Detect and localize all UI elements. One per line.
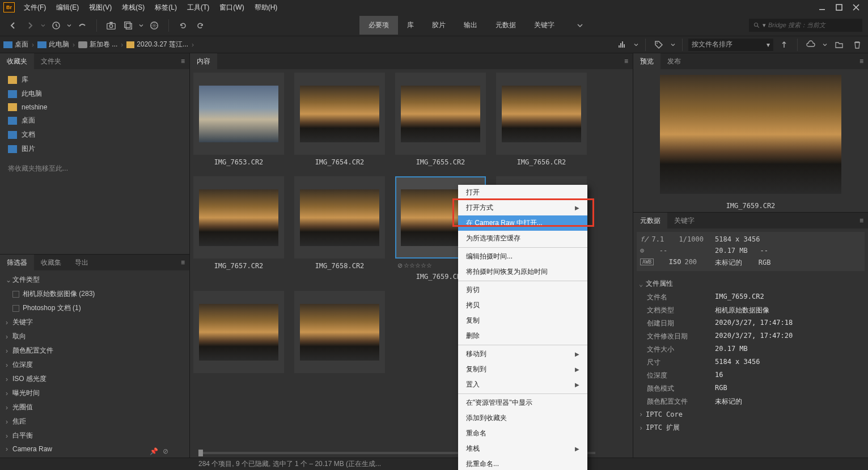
context-menu-item[interactable]: 打开方式▶ (458, 200, 587, 215)
favorite-item[interactable]: 库 (0, 73, 189, 87)
rotate-ccw-button[interactable] (176, 18, 190, 33)
thumbnail-item[interactable] (193, 291, 284, 373)
menu-item[interactable]: 工具(T) (183, 1, 214, 14)
minimize-button[interactable] (814, 0, 831, 15)
context-menu-item[interactable]: 编辑拍摄时间... (458, 249, 587, 264)
favorite-item[interactable]: 桌面 (0, 113, 189, 128)
tab-content[interactable]: 内容 (190, 53, 217, 70)
context-menu-item[interactable]: 删除 (458, 328, 587, 344)
tab-dropdown[interactable] (573, 18, 587, 33)
cloud-dropdown[interactable] (822, 37, 828, 52)
sort-dropdown[interactable]: 按文件名排序▾ (688, 39, 773, 51)
menu-item[interactable]: 标签(L) (150, 1, 181, 14)
tab-keywords[interactable]: 关键字 (667, 213, 701, 229)
filter-category[interactable]: ⌄文件类型 (0, 273, 189, 287)
stack-dropdown[interactable] (138, 18, 145, 33)
favorite-item[interactable]: 文档 (0, 128, 189, 142)
boomerang-button[interactable] (75, 18, 90, 33)
filter-category[interactable]: ›取向 (0, 329, 189, 344)
context-menu-item[interactable]: 复制 (458, 313, 587, 328)
workspace-tab[interactable]: 输出 (455, 16, 486, 35)
prohibit-icon[interactable]: ⊘ (163, 447, 168, 455)
lens-icon[interactable] (147, 18, 162, 33)
thumbnail-item[interactable]: IMG_7654.CR2 (294, 73, 385, 166)
filter-category[interactable]: ›ISO 感光度 (0, 372, 189, 386)
thumbnail-item[interactable]: IMG_7653.CR2 (193, 73, 284, 166)
thumbnail-item[interactable] (294, 291, 385, 373)
tab-folders[interactable]: 文件夹 (34, 53, 68, 70)
favorite-item[interactable]: 图片 (0, 142, 189, 156)
breadcrumb-item[interactable]: 2020.3.27 莲江... (126, 40, 188, 49)
pin-icon[interactable]: 📌 (150, 447, 158, 455)
tab-preview[interactable]: 预览 (633, 53, 660, 70)
section-iptc-core[interactable]: ›IPTC Core (639, 408, 862, 421)
workspace-tab[interactable]: 必要项 (359, 16, 398, 35)
camera-import-icon[interactable] (104, 18, 118, 33)
filter-option[interactable]: 相机原始数据图像 (283) (0, 287, 189, 301)
context-menu-item[interactable]: 在"资源管理器"中显示 (458, 395, 587, 410)
context-menu-item[interactable]: 剪切 (458, 282, 587, 298)
tab-favorites[interactable]: 收藏夹 (0, 53, 34, 70)
close-button[interactable] (848, 0, 865, 15)
filter-category[interactable]: ›位深度 (0, 358, 189, 372)
content-menu-icon[interactable]: ≡ (620, 57, 633, 65)
context-menu-item[interactable]: 在 Camera Raw 中打开... (458, 215, 587, 231)
forward-button[interactable] (23, 18, 37, 33)
cloud-icon[interactable] (803, 37, 818, 52)
thumbnail-item[interactable]: IMG_7658.CR2 (294, 176, 385, 281)
histogram-dropdown[interactable] (633, 37, 640, 52)
filter-category[interactable]: ›焦距 (0, 414, 189, 429)
delete-icon[interactable] (850, 37, 865, 52)
stack-icon[interactable] (121, 18, 136, 33)
tab-publish[interactable]: 发布 (660, 53, 688, 70)
context-menu-item[interactable]: 复制到▶ (458, 362, 587, 377)
thumbnail-item[interactable]: IMG_7655.CR2 (395, 73, 486, 166)
context-menu-item[interactable]: 将拍摄时间恢复为原始时间 (458, 264, 587, 280)
context-menu-item[interactable]: 移动到▶ (458, 346, 587, 362)
context-menu-item[interactable]: 置入▶ (458, 377, 587, 392)
filter-category[interactable]: ›颜色配置文件 (0, 344, 189, 358)
filter-category[interactable]: ›白平衡 (0, 429, 189, 443)
menu-item[interactable]: 窗口(W) (215, 1, 248, 14)
menu-item[interactable]: 文件(F) (19, 1, 50, 14)
forward-dropdown[interactable] (40, 18, 46, 33)
tab-filter[interactable]: 筛选器 (0, 255, 34, 271)
histogram-icon[interactable] (615, 37, 629, 52)
breadcrumb-item[interactable]: 此电脑 (37, 40, 69, 49)
filter-option[interactable]: Photoshop 文档 (1) (0, 301, 189, 315)
context-menu-item[interactable]: 打开 (458, 185, 587, 200)
metadata-menu-icon[interactable]: ≡ (855, 217, 868, 225)
tag-dropdown[interactable] (670, 37, 676, 52)
menu-item[interactable]: 堆栈(S) (117, 1, 149, 14)
context-menu-item[interactable]: 添加到收藏夹 (458, 410, 587, 426)
sort-asc-button[interactable] (777, 37, 791, 52)
breadcrumb-item[interactable]: 桌面 (3, 40, 28, 49)
section-file-props[interactable]: ⌄文件属性 (639, 277, 862, 291)
filter-category[interactable]: ›光圈值 (0, 400, 189, 414)
recent-dropdown[interactable] (66, 18, 73, 33)
tab-metadata[interactable]: 元数据 (633, 213, 667, 229)
workspace-tab[interactable]: 库 (398, 16, 423, 35)
tab-collections[interactable]: 收藏集 (34, 255, 68, 271)
context-menu-item[interactable]: 堆栈▶ (458, 441, 587, 456)
rotate-cw-button[interactable] (193, 18, 208, 33)
panel-menu-icon[interactable]: ≡ (176, 57, 189, 65)
filter-category[interactable]: ›关键字 (0, 315, 189, 329)
filter-category[interactable]: ›曝光时间 (0, 386, 189, 400)
new-folder-icon[interactable] (832, 37, 846, 52)
menu-item[interactable]: 视图(V) (84, 1, 116, 14)
breadcrumb-item[interactable]: 新加卷 ... (78, 40, 117, 49)
workspace-tab[interactable]: 胶片 (423, 16, 455, 35)
maximize-button[interactable] (831, 0, 848, 15)
search-input[interactable]: ▾ Bridge 搜索：当前文 (749, 19, 862, 32)
thumbnail-item[interactable]: IMG_7656.CR2 (496, 73, 587, 166)
tag-icon[interactable] (651, 37, 666, 52)
thumbnail-item[interactable]: IMG_7657.CR2 (193, 176, 284, 281)
section-iptc-ext[interactable]: ›IPTC 扩展 (639, 421, 862, 435)
recent-button[interactable] (49, 18, 63, 33)
favorite-item[interactable]: netshine (0, 101, 189, 113)
menu-item[interactable]: 编辑(E) (52, 1, 83, 14)
context-menu-item[interactable]: 批重命名... (458, 456, 587, 470)
tab-export[interactable]: 导出 (68, 255, 95, 271)
preview-menu-icon[interactable]: ≡ (855, 57, 868, 65)
